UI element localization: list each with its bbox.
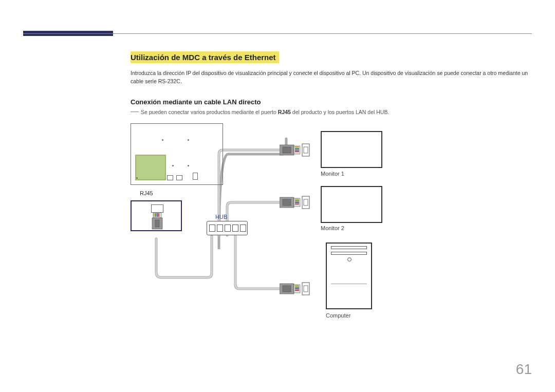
drive-bay-icon [331, 246, 367, 249]
svg-rect-29 [295, 287, 299, 288]
svg-rect-24 [304, 199, 308, 206]
header-rule [23, 33, 532, 34]
panel-port-icon [167, 175, 173, 180]
rj45-label: RJ45 [140, 190, 153, 196]
svg-rect-2 [155, 213, 156, 217]
rj45-socket-icon [151, 204, 163, 213]
svg-rect-17 [283, 199, 291, 206]
rj45-plug-icon [151, 213, 163, 231]
svg-rect-28 [295, 285, 299, 286]
svg-rect-3 [157, 213, 158, 217]
svg-rect-11 [295, 148, 299, 149]
product-rear-panel [131, 123, 223, 185]
highlighted-port-area [135, 155, 166, 180]
svg-rect-1 [154, 213, 155, 217]
hub-port-icon [240, 225, 246, 232]
monitor1-label: Monitor 1 [321, 171, 344, 177]
note-after: del producto y los puertos LAN del HUB. [291, 109, 389, 115]
hub-device [207, 221, 248, 235]
subheading: Conexión mediante un cable LAN directo [131, 98, 532, 106]
svg-rect-22 [295, 203, 299, 204]
lan-connector-icon [280, 279, 310, 298]
page-content: Utilización de MDC a través de Ethernet … [131, 51, 532, 329]
note-bold: RJ45 [278, 109, 291, 115]
svg-rect-4 [158, 213, 159, 217]
lan-connector-icon [280, 141, 310, 159]
screw-dot-icon [188, 139, 189, 141]
panel-port-icon [176, 175, 182, 180]
computer-label: Computer [326, 312, 350, 319]
svg-rect-31 [295, 290, 299, 291]
svg-rect-6 [155, 220, 159, 227]
hub-port-icon [232, 225, 238, 232]
hub-port-icon [225, 225, 231, 232]
power-button-icon [347, 257, 351, 262]
hub-label: HUB [215, 214, 227, 220]
screw-dot-icon [172, 165, 174, 166]
monitor-2 [321, 186, 382, 223]
page-number: 61 [516, 361, 532, 378]
power-port-icon [193, 173, 198, 180]
computer-tower [326, 242, 372, 309]
monitor-1 [321, 131, 382, 168]
svg-rect-19 [295, 199, 299, 200]
svg-rect-21 [295, 202, 299, 203]
svg-rect-26 [283, 286, 291, 292]
vent-area [331, 284, 367, 304]
section-title: Utilización de MDC a través de Ethernet [131, 51, 279, 63]
note-before: Se pueden conectar varios productos medi… [141, 109, 278, 115]
note-dash-icon: ― [131, 109, 139, 114]
screw-dot-icon [188, 165, 189, 166]
intro-paragraph: Introduzca la dirección IP del dispositi… [131, 69, 532, 86]
hub-port-icon [209, 225, 215, 232]
screw-dot-icon [136, 177, 138, 179]
svg-rect-15 [304, 147, 308, 153]
svg-rect-33 [304, 286, 308, 292]
screw-dot-icon [162, 139, 163, 141]
svg-rect-12 [295, 150, 299, 151]
svg-rect-10 [295, 146, 299, 147]
hub-port-icon [217, 225, 223, 232]
svg-rect-8 [283, 147, 291, 153]
svg-rect-30 [295, 288, 299, 289]
svg-rect-13 [295, 151, 299, 152]
rj45-closeup [131, 200, 182, 231]
lan-connector-icon [280, 193, 310, 212]
note-line: ― Se pueden conectar varios productos me… [131, 109, 532, 115]
monitor2-label: Monitor 2 [321, 225, 344, 231]
connection-diagram: RJ45 HUB [131, 123, 418, 329]
note-text: Se pueden conectar varios productos medi… [141, 109, 389, 115]
drive-bay-icon [331, 252, 367, 255]
svg-rect-20 [295, 200, 299, 201]
